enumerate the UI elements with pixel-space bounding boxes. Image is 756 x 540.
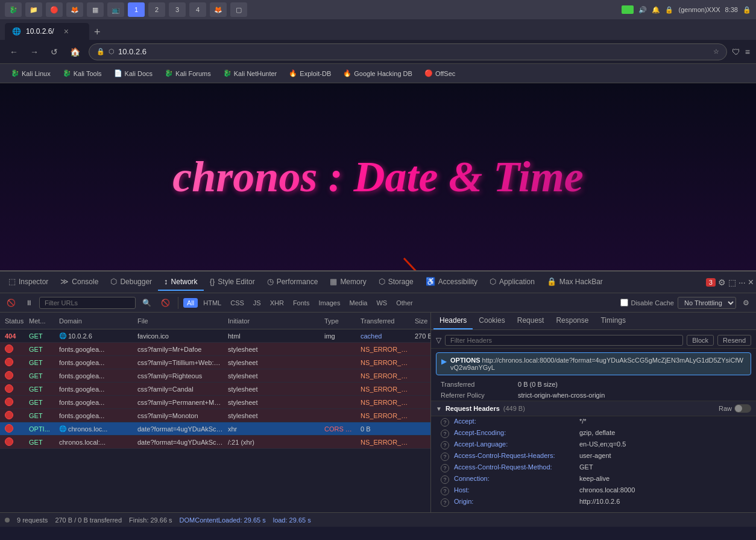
- taskbar-icon-1[interactable]: 🐉: [5, 2, 22, 17]
- col-transferred[interactable]: Transferred: [358, 317, 412, 325]
- workspace-3[interactable]: 3: [169, 2, 186, 17]
- col-domain[interactable]: Domain: [57, 317, 135, 325]
- panel-tab-cookies[interactable]: Cookies: [473, 313, 511, 329]
- table-row[interactable]: GET fonts.googlea... css?family=Titilliu…: [0, 356, 430, 369]
- bookmark-nethunter[interactable]: 🐉 Kali NetHunter: [218, 68, 282, 79]
- table-row-selected[interactable]: OPTI... 🌐chronos.loc... date?format=4ugY…: [0, 422, 430, 436]
- tab-console[interactable]: ≫ Console: [54, 273, 104, 291]
- workspace-2[interactable]: 2: [148, 2, 165, 17]
- filter-tag-images[interactable]: Images: [315, 298, 344, 308]
- throttling-select[interactable]: No Throttling: [678, 297, 736, 309]
- col-method[interactable]: Met...: [27, 317, 57, 325]
- table-row[interactable]: GET fonts.googlea... css?family=Monoton …: [0, 409, 430, 422]
- clear-button[interactable]: 🚫: [4, 297, 19, 309]
- help-icon[interactable]: ?: [441, 418, 449, 427]
- home-button[interactable]: 🏠: [66, 45, 84, 59]
- settings-icon[interactable]: ⚙: [718, 278, 726, 287]
- panel-tab-request[interactable]: Request: [511, 313, 550, 329]
- filter-tag-all[interactable]: All: [183, 298, 198, 308]
- help-icon[interactable]: ?: [441, 498, 449, 507]
- table-row[interactable]: GET fonts.googlea... css?family=Candal s…: [0, 383, 430, 396]
- tab-inspector[interactable]: ⬚ Inspector: [2, 273, 54, 291]
- block-button[interactable]: 🚫: [158, 297, 173, 309]
- bookmark-kali-forums[interactable]: 🐉 Kali Forums: [160, 68, 216, 79]
- panel-tab-timings[interactable]: Timings: [594, 313, 632, 329]
- col-type[interactable]: Type: [322, 317, 358, 325]
- filter-tag-media[interactable]: Media: [345, 298, 371, 308]
- tab-style-editor[interactable]: {} Style Editor: [204, 273, 261, 291]
- tab-memory[interactable]: ▦ Memory: [324, 273, 372, 291]
- tab-storage[interactable]: ⬡ Storage: [373, 273, 420, 291]
- taskbar-icon-4[interactable]: 🦊: [66, 2, 83, 17]
- menu-button[interactable]: ≡: [745, 47, 750, 57]
- more-icon[interactable]: ···: [739, 278, 746, 287]
- workspace-1[interactable]: 1: [128, 2, 145, 17]
- tab-hackbar[interactable]: 🔒 Max HackBar: [541, 273, 609, 291]
- search-button[interactable]: 🔍: [139, 297, 154, 309]
- request-headers-section[interactable]: ▼ Request Headers (449 B) Raw: [431, 401, 756, 416]
- extensions-button[interactable]: 🛡: [732, 47, 740, 57]
- reload-button[interactable]: ↺: [47, 45, 61, 59]
- browser-tab-active[interactable]: 🌐 10.0.2.6/ ×: [5, 23, 89, 40]
- taskbar-terminal[interactable]: ▢: [230, 2, 247, 17]
- col-file[interactable]: File: [135, 317, 225, 325]
- disable-cache-checkbox[interactable]: [620, 299, 628, 307]
- bookmark-kali-docs[interactable]: 📄 Kali Docs: [109, 68, 157, 79]
- filter-tag-xhr[interactable]: XHR: [266, 298, 288, 308]
- new-tab-button[interactable]: +: [89, 26, 106, 39]
- table-row[interactable]: 404 GET 🌐10.0.2.6 favicon.ico html img c…: [0, 329, 430, 343]
- table-row[interactable]: GET fonts.googlea... css?family=Mr+Dafoe…: [0, 343, 430, 356]
- block-button[interactable]: Block: [687, 335, 714, 346]
- table-row[interactable]: GET fonts.googlea... css?family=Permanen…: [0, 396, 430, 409]
- taskbar-firefox[interactable]: 🦊: [210, 2, 227, 17]
- forward-button[interactable]: →: [27, 45, 42, 59]
- network-settings-button[interactable]: ⚙: [740, 297, 752, 309]
- back-button[interactable]: ←: [6, 45, 22, 59]
- tab-debugger[interactable]: ⬡ Debugger: [104, 273, 158, 291]
- help-icon[interactable]: ?: [441, 453, 449, 461]
- load-time[interactable]: load: 29.65 s: [273, 516, 311, 524]
- star-icon[interactable]: ☆: [713, 48, 719, 56]
- help-icon[interactable]: ?: [441, 475, 449, 484]
- filter-tag-css[interactable]: CSS: [227, 298, 248, 308]
- taskbar-icon-6[interactable]: 📺: [107, 2, 124, 17]
- panel-tab-headers[interactable]: Headers: [433, 313, 473, 329]
- tab-application[interactable]: ⬡ Application: [484, 273, 541, 291]
- filter-tag-html[interactable]: HTML: [200, 298, 225, 308]
- bookmark-offsec[interactable]: 🔴 OffSec: [420, 68, 460, 79]
- tab-network[interactable]: ↕ Network: [158, 273, 204, 291]
- help-icon[interactable]: ?: [441, 464, 449, 472]
- taskbar-icon-5[interactable]: ▦: [87, 2, 104, 17]
- bookmark-kali-tools[interactable]: 🐉 Kali Tools: [58, 68, 107, 79]
- dom-content-loaded[interactable]: DOMContentLoaded: 29.65 s: [180, 516, 266, 524]
- close-devtools-button[interactable]: ×: [748, 277, 754, 288]
- col-initiator[interactable]: Initiator: [225, 317, 322, 325]
- filter-url-input[interactable]: [39, 297, 136, 309]
- bookmark-exploit-db[interactable]: 🔥 Exploit-DB: [284, 68, 336, 79]
- bookmark-ghdb[interactable]: 🔥 Google Hacking DB: [338, 68, 417, 79]
- panel-tab-response[interactable]: Response: [550, 313, 594, 329]
- help-icon[interactable]: ?: [441, 430, 449, 438]
- tab-accessibility[interactable]: ♿ Accessibility: [420, 273, 484, 291]
- resend-button[interactable]: Resend: [717, 335, 751, 346]
- url-bar[interactable]: 🔒 ⬡ 10.0.2.6 ☆: [89, 43, 727, 60]
- taskbar-icon-3[interactable]: 🔴: [46, 2, 63, 17]
- table-row[interactable]: GET fonts.googlea... css?family=Righteou…: [0, 369, 430, 383]
- filter-headers-input[interactable]: [445, 335, 683, 346]
- col-status[interactable]: Status: [2, 317, 27, 325]
- table-row[interactable]: GET chronos.local:... date?format=4ugYDu…: [0, 436, 430, 449]
- tab-close-button[interactable]: ×: [64, 27, 69, 36]
- filter-tag-fonts[interactable]: Fonts: [289, 298, 313, 308]
- workspace-4[interactable]: 4: [189, 2, 206, 17]
- filter-tag-other[interactable]: Other: [392, 298, 417, 308]
- raw-toggle-switch[interactable]: [734, 404, 751, 413]
- help-icon[interactable]: ?: [441, 487, 449, 495]
- help-icon[interactable]: ?: [441, 441, 449, 449]
- tab-performance[interactable]: ◷ Performance: [261, 273, 324, 291]
- taskbar-icon-2[interactable]: 📁: [25, 2, 42, 17]
- filter-tag-ws[interactable]: WS: [373, 298, 391, 308]
- pause-button[interactable]: ⏸: [22, 297, 36, 309]
- filter-tag-js[interactable]: JS: [250, 298, 265, 308]
- dock-icon[interactable]: ⬚: [728, 278, 736, 287]
- bookmark-kali-linux[interactable]: 🐉 Kali Linux: [6, 68, 55, 79]
